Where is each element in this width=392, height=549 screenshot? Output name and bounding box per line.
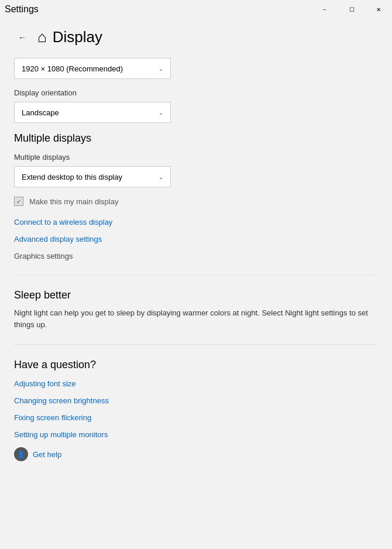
resolution-dropdown[interactable]: 1920 × 1080 (Recommended) ⌄ [14,58,171,79]
checkbox-check-icon: ✓ [16,198,21,205]
get-help-icon: 👤 [14,447,28,461]
multiple-displays-dropdown[interactable]: Extend desktop to this display ⌄ [14,166,171,187]
main-display-checkbox[interactable]: ✓ [14,197,23,206]
multiple-displays-chevron-icon: ⌄ [159,174,163,180]
title-bar: Settings − ☐ ✕ [0,0,392,19]
sleep-section: Sleep better Night light can help you ge… [14,289,378,330]
content-area: ← ⌂ Display 1920 × 1080 (Recommended) ⌄ … [0,19,392,549]
window: Settings − ☐ ✕ ← ⌂ Display 1920 × 1080 (… [0,0,392,549]
sleep-description: Night light can help you get to sleep by… [14,307,378,330]
maximize-button[interactable]: ☐ [338,0,365,19]
adjusting-font-size-link[interactable]: Adjusting font size [14,379,378,388]
sleep-title: Sleep better [14,289,378,301]
multiple-displays-section-title: Multiple displays [14,132,378,145]
multiple-displays-value: Extend desktop to this display [22,173,122,181]
orientation-dropdown[interactable]: Landscape ⌄ [14,102,171,123]
get-help-row[interactable]: 👤 Get help [14,447,378,461]
page-title: ⌂ Display [37,28,102,46]
minimize-button[interactable]: − [311,0,338,19]
orientation-chevron-icon: ⌄ [159,109,163,116]
advanced-display-settings-link[interactable]: Advanced display settings [14,235,378,243]
multiple-displays-dropdown-label: Multiple displays [14,153,378,162]
divider-1 [14,274,378,275]
title-bar-left: Settings [5,4,39,15]
page-header: ← ⌂ Display [14,28,378,46]
main-display-checkbox-row[interactable]: ✓ Make this my main display [14,197,378,206]
get-help-link[interactable]: Get help [33,450,61,459]
setting-up-multiple-monitors-link[interactable]: Setting up multiple monitors [14,430,378,439]
get-help-person-icon: 👤 [17,451,25,458]
question-title: Have a question? [14,359,378,371]
back-button[interactable]: ← [14,29,30,46]
resolution-value: 1920 × 1080 (Recommended) [22,64,123,73]
question-section: Have a question? Adjusting font size Cha… [14,359,378,461]
changing-screen-brightness-link[interactable]: Changing screen brightness [14,396,378,405]
orientation-label: Display orientation [14,88,378,97]
fixing-screen-flickering-link[interactable]: Fixing screen flickering [14,413,378,422]
graphics-settings-link[interactable]: Graphics settings [14,252,378,260]
divider-2 [14,344,378,345]
title-bar-controls: − ☐ ✕ [311,0,392,19]
resolution-chevron-icon: ⌄ [159,66,163,72]
title-bar-title: Settings [5,4,39,15]
close-button[interactable]: ✕ [365,0,392,19]
wireless-display-link[interactable]: Connect to a wireless display [14,218,378,227]
main-display-checkbox-label: Make this my main display [29,197,118,206]
page-title-icon: ⌂ [37,28,47,46]
orientation-value: Landscape [22,108,59,117]
